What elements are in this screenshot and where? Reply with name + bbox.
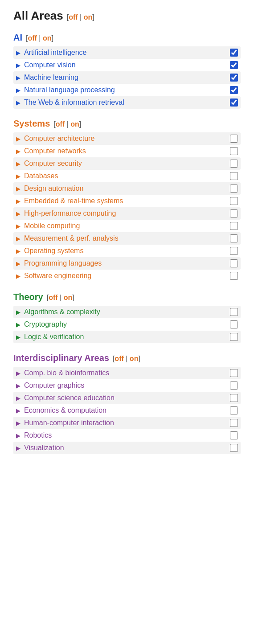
- page-title: All Areas [off | on]: [13, 9, 241, 23]
- item-checkbox[interactable]: [230, 86, 238, 94]
- expand-arrow-icon[interactable]: ▶: [16, 420, 24, 427]
- list-item: ▶Logic & verification: [13, 331, 241, 343]
- item-label: High-performance computing: [24, 209, 230, 217]
- list-item: ▶Computer science education: [13, 392, 241, 404]
- item-checkbox[interactable]: [230, 185, 238, 193]
- list-item: ▶Computer security: [13, 157, 241, 170]
- item-checkbox[interactable]: [230, 394, 238, 402]
- section-on-systems[interactable]: on: [70, 120, 79, 128]
- title-on-link[interactable]: on: [84, 13, 93, 21]
- section-label-ai: AI: [13, 33, 22, 43]
- expand-arrow-icon[interactable]: ▶: [16, 309, 24, 316]
- item-checkbox[interactable]: [230, 160, 238, 168]
- list-item: ▶Artificial intelligence: [13, 46, 241, 59]
- expand-arrow-icon[interactable]: ▶: [16, 235, 24, 242]
- item-checkbox[interactable]: [230, 333, 238, 341]
- list-item: ▶Mobile computing: [13, 220, 241, 232]
- items-list-ai: ▶Artificial intelligence▶Computer vision…: [13, 46, 241, 109]
- expand-arrow-icon[interactable]: ▶: [16, 395, 24, 402]
- items-list-systems: ▶Computer architecture▶Computer networks…: [13, 132, 241, 282]
- section-off-ai[interactable]: off: [28, 34, 37, 42]
- expand-arrow-icon[interactable]: ▶: [16, 273, 24, 279]
- item-label: Computer science education: [24, 394, 230, 402]
- item-checkbox[interactable]: [230, 61, 238, 69]
- expand-arrow-icon[interactable]: ▶: [16, 49, 24, 56]
- item-checkbox[interactable]: [230, 172, 238, 180]
- expand-arrow-icon[interactable]: ▶: [16, 74, 24, 81]
- item-label: Economics & computation: [24, 406, 230, 414]
- section-on-theory[interactable]: on: [64, 294, 73, 301]
- item-checkbox[interactable]: [230, 259, 238, 267]
- section-header-systems: Systems[off | on]: [13, 119, 241, 129]
- expand-arrow-icon[interactable]: ▶: [16, 321, 24, 328]
- expand-arrow-icon[interactable]: ▶: [16, 445, 24, 451]
- expand-arrow-icon[interactable]: ▶: [16, 62, 24, 69]
- expand-arrow-icon[interactable]: ▶: [16, 370, 24, 377]
- item-checkbox[interactable]: [230, 197, 238, 205]
- section-on-ai[interactable]: on: [43, 34, 52, 42]
- expand-arrow-icon[interactable]: ▶: [16, 160, 24, 167]
- item-checkbox[interactable]: [230, 369, 238, 377]
- expand-arrow-icon[interactable]: ▶: [16, 260, 24, 267]
- item-checkbox[interactable]: [230, 308, 238, 316]
- expand-arrow-icon[interactable]: ▶: [16, 148, 24, 155]
- list-item: ▶Computer architecture: [13, 132, 241, 145]
- list-item: ▶The Web & information retrieval: [13, 96, 241, 109]
- item-label: Operating systems: [24, 247, 230, 255]
- item-label: Robotics: [24, 431, 230, 439]
- list-item: ▶Software engineering: [13, 270, 241, 282]
- expand-arrow-icon[interactable]: ▶: [16, 135, 24, 142]
- item-checkbox[interactable]: [230, 431, 238, 439]
- expand-arrow-icon[interactable]: ▶: [16, 87, 24, 94]
- section-off-interdisciplinary[interactable]: off: [115, 355, 123, 362]
- title-sep: |: [80, 13, 84, 21]
- expand-arrow-icon[interactable]: ▶: [16, 382, 24, 389]
- item-checkbox[interactable]: [230, 74, 238, 82]
- item-checkbox[interactable]: [230, 320, 238, 328]
- item-label: Mobile computing: [24, 222, 230, 230]
- item-label: Logic & verification: [24, 333, 230, 341]
- item-checkbox[interactable]: [230, 209, 238, 217]
- expand-arrow-icon[interactable]: ▶: [16, 173, 24, 180]
- item-label: Databases: [24, 172, 230, 180]
- item-checkbox[interactable]: [230, 272, 238, 280]
- list-item: ▶Computer graphics: [13, 379, 241, 392]
- expand-arrow-icon[interactable]: ▶: [16, 407, 24, 414]
- item-checkbox[interactable]: [230, 147, 238, 155]
- item-label: Computer security: [24, 160, 230, 168]
- expand-arrow-icon[interactable]: ▶: [16, 248, 24, 254]
- expand-arrow-icon[interactable]: ▶: [16, 198, 24, 205]
- title-text: All Areas: [13, 9, 63, 23]
- expand-arrow-icon[interactable]: ▶: [16, 185, 24, 192]
- section-header-interdisciplinary: Interdisciplinary Areas[off | on]: [13, 353, 241, 363]
- item-checkbox[interactable]: [230, 419, 238, 427]
- section-toggle-systems: [off | on]: [53, 120, 81, 128]
- title-off-link[interactable]: off: [69, 13, 78, 21]
- item-checkbox[interactable]: [230, 406, 238, 414]
- item-checkbox[interactable]: [230, 98, 238, 107]
- expand-arrow-icon[interactable]: ▶: [16, 99, 24, 106]
- item-checkbox[interactable]: [230, 49, 238, 57]
- section-toggle-theory: [off | on]: [47, 294, 74, 302]
- section-on-interdisciplinary[interactable]: on: [130, 355, 139, 362]
- item-checkbox[interactable]: [230, 247, 238, 255]
- item-label: Machine learning: [24, 74, 230, 82]
- item-checkbox[interactable]: [230, 444, 238, 452]
- item-label: Cryptography: [24, 320, 230, 328]
- expand-arrow-icon[interactable]: ▶: [16, 210, 24, 217]
- expand-arrow-icon[interactable]: ▶: [16, 432, 24, 439]
- section-off-systems[interactable]: off: [56, 120, 65, 128]
- item-checkbox[interactable]: [230, 381, 238, 390]
- section-off-theory[interactable]: off: [49, 294, 57, 301]
- item-label: Artificial intelligence: [24, 49, 230, 57]
- list-item: ▶Comp. bio & bioinformatics: [13, 367, 241, 379]
- item-checkbox[interactable]: [230, 222, 238, 230]
- list-item: ▶Design automation: [13, 182, 241, 195]
- title-toggle: [off | on]: [67, 13, 94, 21]
- item-checkbox[interactable]: [230, 234, 238, 242]
- item-label: Computer architecture: [24, 135, 230, 143]
- expand-arrow-icon[interactable]: ▶: [16, 223, 24, 230]
- item-checkbox[interactable]: [230, 135, 238, 143]
- expand-arrow-icon[interactable]: ▶: [16, 334, 24, 340]
- section-systems: Systems[off | on]▶Computer architecture▶…: [13, 119, 241, 282]
